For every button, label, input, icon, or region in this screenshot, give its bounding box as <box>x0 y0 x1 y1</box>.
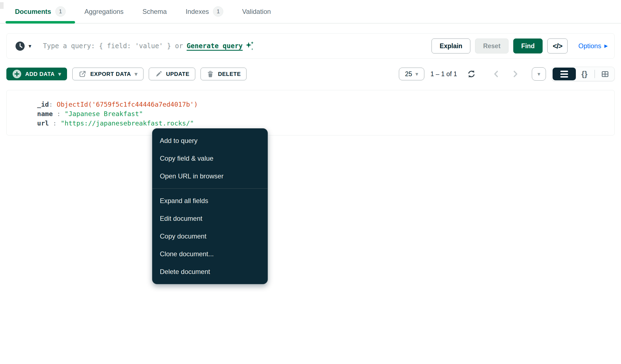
menu-item-copy-document[interactable]: Copy document <box>152 227 268 245</box>
generate-query-link[interactable]: Generate query <box>187 42 243 50</box>
code-icon: </> <box>553 42 562 50</box>
document-field-name[interactable]: name : "Japanese Breakfast" <box>37 109 614 119</box>
code-view-toggle-button[interactable]: </> <box>547 39 568 53</box>
json-view-toggle[interactable]: {} <box>576 68 593 80</box>
context-menu-group-document: Expand all fields Edit document Copy doc… <box>152 189 268 284</box>
query-bar-actions: Explain Reset Find </> Options ▶ <box>432 39 608 53</box>
find-button[interactable]: Find <box>513 39 543 53</box>
document-card[interactable]: _id: ObjectId('6759f5c1fc44446a7ed4017b'… <box>6 90 615 135</box>
query-history-button[interactable]: ▾ <box>15 41 31 51</box>
view-switcher-divider <box>594 70 595 78</box>
list-view-toggle[interactable] <box>553 68 576 80</box>
tab-documents[interactable]: Documents 1 <box>6 0 75 23</box>
export-data-button[interactable]: EXPORT DATA ▾ <box>72 68 143 80</box>
field-key: name <box>37 110 53 118</box>
table-grid-icon <box>601 70 609 78</box>
query-bar: ▾ Type a query: { field: 'value' } or Ge… <box>6 33 615 59</box>
trash-icon <box>206 70 214 78</box>
tab-aggregations[interactable]: Aggregations <box>75 0 133 23</box>
reset-button[interactable]: Reset <box>475 39 509 53</box>
document-field-url[interactable]: url : "https://japanesebreakfast.rocks/" <box>37 119 614 128</box>
field-key: _id <box>37 101 49 108</box>
page-size-select[interactable]: 25 ▾ <box>399 68 424 80</box>
triangle-right-icon: ▶ <box>604 44 608 48</box>
view-switcher: {} <box>551 67 615 81</box>
previous-page-button[interactable] <box>491 69 501 79</box>
explain-button[interactable]: Explain <box>432 39 470 53</box>
tab-documents-label: Documents <box>15 8 51 16</box>
document-field-id[interactable]: _id: ObjectId('6759f5c1fc44446a7ed4017b'… <box>37 100 614 109</box>
context-menu-group-field: Add to query Copy field & value Open URL… <box>152 129 268 188</box>
document-context-menu: Add to query Copy field & value Open URL… <box>152 128 268 284</box>
next-page-button[interactable] <box>510 69 521 79</box>
field-separator: : <box>53 110 65 118</box>
documents-toolbar: ADD DATA ▾ EXPORT DATA ▾ UPDATE DEL <box>6 67 615 81</box>
tab-indexes[interactable]: Indexes 1 <box>176 0 233 23</box>
menu-item-open-url-in-browser[interactable]: Open URL in browser <box>152 167 268 185</box>
page-size-value: 25 <box>405 70 412 78</box>
tab-documents-badge: 1 <box>55 6 66 17</box>
menu-item-expand-all-fields[interactable]: Expand all fields <box>152 192 268 210</box>
pagination-text: 1 – 1 of 1 <box>430 70 457 78</box>
delete-label: DELETE <box>218 71 241 77</box>
curly-braces-icon: {} <box>581 70 587 78</box>
chevron-down-icon: ▾ <box>415 71 418 77</box>
update-label: UPDATE <box>166 71 189 77</box>
tab-schema-label: Schema <box>142 8 167 16</box>
menu-item-clone-document[interactable]: Clone document... <box>152 245 268 263</box>
menu-item-edit-document[interactable]: Edit document <box>152 210 268 227</box>
field-value-string: "https://japanesebreakfast.rocks/" <box>61 119 194 127</box>
active-tab-underline <box>6 21 75 24</box>
update-button[interactable]: UPDATE <box>149 68 195 80</box>
field-value-objectid: ObjectId('6759f5c1fc44446a7ed4017b') <box>57 101 198 108</box>
query-input[interactable]: Type a query: { field: 'value' } or Gene… <box>43 41 432 51</box>
chevron-down-icon: ▾ <box>58 71 61 77</box>
query-placeholder: Type a query: { field: 'value' } or <box>43 42 183 50</box>
collection-tabbar: Documents 1 Aggregations Schema Indexes … <box>0 0 621 24</box>
tab-validation-label: Validation <box>242 8 271 16</box>
add-data-label: ADD DATA <box>25 71 55 77</box>
pencil-icon <box>155 70 163 78</box>
ai-sparkle-icon <box>245 41 255 51</box>
more-options-dropdown-button[interactable]: ▾ <box>532 67 546 81</box>
field-value-string: "Japanese Breakfast" <box>65 110 143 118</box>
menu-item-copy-field-value[interactable]: Copy field & value <box>152 150 268 167</box>
chevron-right-icon <box>512 70 519 78</box>
tab-indexes-badge: 1 <box>213 6 223 17</box>
field-separator: : <box>49 101 57 108</box>
chevron-left-icon <box>492 70 500 78</box>
documents-view: Documents 1 Aggregations Schema Indexes … <box>0 0 621 364</box>
menu-item-add-to-query[interactable]: Add to query <box>152 132 268 150</box>
field-key: url <box>37 119 49 127</box>
options-label: Options <box>578 42 601 50</box>
clock-history-icon <box>15 41 25 51</box>
pagination-controls: 25 ▾ 1 – 1 of 1 <box>399 67 615 81</box>
field-separator: : <box>49 119 60 127</box>
plus-circle-icon <box>12 69 22 79</box>
chevron-down-icon: ▾ <box>29 43 31 49</box>
chevron-down-icon: ▾ <box>537 71 540 77</box>
table-view-toggle[interactable] <box>596 68 614 80</box>
tab-indexes-label: Indexes <box>186 8 209 16</box>
export-icon <box>78 70 87 78</box>
list-view-icon <box>560 71 568 78</box>
add-data-button[interactable]: ADD DATA ▾ <box>6 68 67 80</box>
refresh-icon <box>466 69 476 79</box>
export-data-label: EXPORT DATA <box>90 71 131 77</box>
tab-schema[interactable]: Schema <box>133 0 176 23</box>
tab-aggregations-label: Aggregations <box>84 8 124 16</box>
chevron-down-icon: ▾ <box>135 71 138 77</box>
refresh-button[interactable] <box>465 69 478 79</box>
menu-item-delete-document[interactable]: Delete document <box>152 263 268 281</box>
tab-validation[interactable]: Validation <box>233 0 280 23</box>
options-link[interactable]: Options ▶ <box>578 42 608 50</box>
delete-button[interactable]: DELETE <box>201 68 247 80</box>
